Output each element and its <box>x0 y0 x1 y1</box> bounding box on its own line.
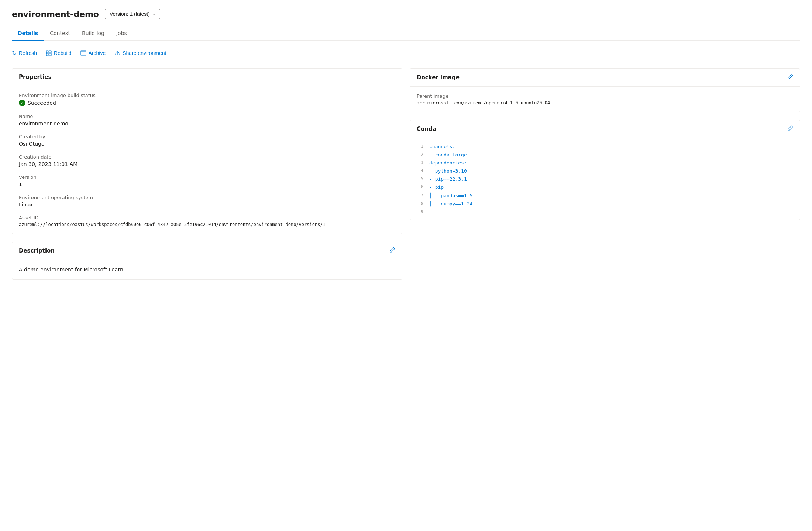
line-number: 1 <box>416 143 423 151</box>
archive-button[interactable]: Archive <box>80 49 106 58</box>
line-number: 2 <box>416 151 423 159</box>
parent-image-label: Parent image <box>417 93 793 99</box>
name-label: Name <box>19 114 395 119</box>
docker-image-title: Docker image <box>417 74 460 81</box>
conda-line: 7 │ - pandas==1.5 <box>416 192 794 200</box>
version-value: 1 <box>19 181 395 187</box>
creation-date-label: Creation date <box>19 154 395 160</box>
creation-date-value: Jan 30, 2023 11:01 AM <box>19 161 395 167</box>
conda-line: 8 │ - numpy==1.24 <box>416 200 794 208</box>
property-os: Environment operating system Linux <box>19 195 395 208</box>
property-status: Environment image build status ✓ Succeed… <box>19 93 395 106</box>
created-by-label: Created by <box>19 134 395 139</box>
asset-id-value: azureml://locations/eastus/workspaces/cf… <box>19 222 395 227</box>
tab-details[interactable]: Details <box>12 27 44 41</box>
left-column: Properties Environment image build statu… <box>12 68 402 280</box>
conda-line: 6 - pip: <box>416 183 794 191</box>
refresh-button[interactable]: ↻ Refresh <box>12 48 37 58</box>
line-number: 6 <box>416 183 423 191</box>
success-icon: ✓ <box>19 100 25 106</box>
line-content: - pip: <box>429 183 447 191</box>
description-title: Description <box>19 247 55 254</box>
line-number: 9 <box>416 208 423 215</box>
conda-line: 9 <box>416 208 794 215</box>
property-creation-date: Creation date Jan 30, 2023 11:01 AM <box>19 154 395 167</box>
line-content: - pip==22.3.1 <box>429 175 467 183</box>
conda-line: 3dependencies: <box>416 159 794 167</box>
svg-rect-0 <box>46 51 48 53</box>
archive-label: Archive <box>89 50 106 56</box>
archive-icon <box>80 50 86 56</box>
tab-jobs[interactable]: Jobs <box>110 27 133 41</box>
docker-image-body: Parent image mcr.microsoft.com/azureml/o… <box>410 87 800 112</box>
chevron-down-icon: ⌄ <box>152 12 155 17</box>
conda-header: Conda <box>410 120 800 138</box>
conda-title: Conda <box>417 126 436 132</box>
status-value: Succeeded <box>28 100 56 106</box>
line-content: channels: <box>429 143 455 151</box>
version-label: Version: 1 (latest) <box>110 11 150 17</box>
properties-body: Environment image build status ✓ Succeed… <box>12 86 402 234</box>
conda-line: 5 - pip==22.3.1 <box>416 175 794 183</box>
docker-image-card: Docker image Parent image mcr.microsoft.… <box>410 68 800 112</box>
properties-header: Properties <box>12 69 402 86</box>
os-value: Linux <box>19 202 395 208</box>
svg-rect-1 <box>49 51 51 53</box>
page-title: environment-demo <box>12 10 99 19</box>
line-content: │ - numpy==1.24 <box>429 200 472 208</box>
rebuild-icon <box>46 50 52 56</box>
properties-title: Properties <box>19 74 51 80</box>
property-created-by: Created by Osi Otugo <box>19 134 395 147</box>
tab-navigation: Details Context Build log Jobs <box>12 27 800 41</box>
share-button[interactable]: Share environment <box>114 49 166 58</box>
version-label-prop: Version <box>19 174 395 180</box>
name-value: environment-demo <box>19 121 395 126</box>
conda-line: 2 - conda-forge <box>416 151 794 159</box>
tab-build-log[interactable]: Build log <box>76 27 110 41</box>
parent-image-value: mcr.microsoft.com/azureml/openmpi4.1.0-u… <box>417 100 793 105</box>
conda-line: 4 - python=3.10 <box>416 167 794 175</box>
rebuild-label: Rebuild <box>54 50 71 56</box>
asset-id-label: Asset ID <box>19 215 395 221</box>
parent-image-group: Parent image mcr.microsoft.com/azureml/o… <box>417 93 793 105</box>
properties-card: Properties Environment image build statu… <box>12 68 402 234</box>
property-name: Name environment-demo <box>19 114 395 126</box>
docker-image-header: Docker image <box>410 69 800 87</box>
line-content: dependencies: <box>429 159 467 167</box>
refresh-icon: ↻ <box>12 49 17 56</box>
line-number: 7 <box>416 192 423 200</box>
line-content: │ - pandas==1.5 <box>429 192 472 200</box>
line-content: - python=3.10 <box>429 167 467 175</box>
created-by-value: Osi Otugo <box>19 141 395 147</box>
line-number: 5 <box>416 175 423 183</box>
description-text: A demo environment for Microsoft Learn <box>19 267 395 273</box>
description-header: Description <box>12 242 402 260</box>
toolbar: ↻ Refresh Rebuild Archive <box>12 48 800 58</box>
docker-image-edit-icon[interactable] <box>787 74 793 81</box>
svg-rect-2 <box>46 53 48 56</box>
refresh-label: Refresh <box>19 50 37 56</box>
os-label: Environment operating system <box>19 195 395 200</box>
status-label: Environment image build status <box>19 93 395 98</box>
share-icon <box>114 50 120 56</box>
line-number: 3 <box>416 159 423 167</box>
version-dropdown[interactable]: Version: 1 (latest) ⌄ <box>105 9 160 19</box>
description-edit-icon[interactable] <box>389 247 395 254</box>
line-number: 8 <box>416 200 423 208</box>
property-asset-id: Asset ID azureml://locations/eastus/work… <box>19 215 395 227</box>
line-number: 4 <box>416 167 423 175</box>
svg-rect-3 <box>49 53 51 56</box>
main-content: Properties Environment image build statu… <box>12 68 800 280</box>
property-version: Version 1 <box>19 174 395 187</box>
conda-edit-icon[interactable] <box>787 125 793 133</box>
right-column: Docker image Parent image mcr.microsoft.… <box>410 68 800 220</box>
page-header: environment-demo Version: 1 (latest) ⌄ <box>12 9 800 19</box>
conda-code-block: 1channels:2 - conda-forge3dependencies:4… <box>410 138 800 220</box>
conda-card: Conda 1channels:2 - conda-forge3dependen… <box>410 120 800 220</box>
tab-context[interactable]: Context <box>44 27 76 41</box>
description-body: A demo environment for Microsoft Learn <box>12 260 402 279</box>
rebuild-button[interactable]: Rebuild <box>46 49 71 58</box>
share-label: Share environment <box>123 50 166 56</box>
description-card: Description A demo environment for Micro… <box>12 242 402 280</box>
status-badge: ✓ Succeeded <box>19 100 395 106</box>
